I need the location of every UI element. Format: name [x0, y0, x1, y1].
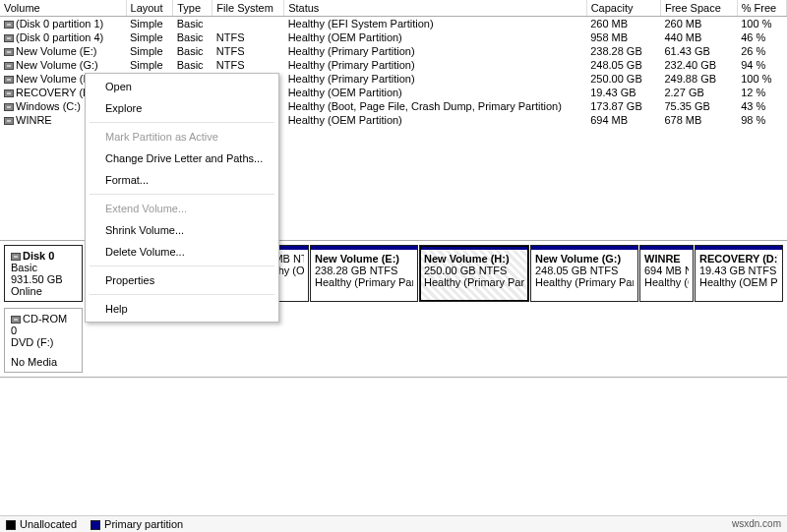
table-row[interactable]: (Disk 0 partition 1)SimpleBasicHealthy (… — [0, 17, 787, 31]
partition-box[interactable]: WINRE694 MB NTHealthy (O — [639, 245, 694, 302]
table-row[interactable]: New Volume (G:)SimpleBasicNTFSHealthy (P… — [0, 58, 787, 72]
partition-status: Healthy (Primary Partiti — [535, 276, 634, 288]
partition-size: 250.00 GB NTFS — [424, 265, 524, 276]
legend-unallocated: Unallocated — [6, 518, 77, 530]
status-bar: Unallocated Primary partition wsxdn.com — [0, 515, 787, 532]
volume-icon — [4, 48, 14, 56]
primary-swatch-icon — [91, 520, 100, 530]
partition-color-bar — [531, 246, 637, 250]
cdrom-sub: DVD (F:) — [11, 336, 76, 348]
volume-icon — [4, 117, 14, 125]
cdrom-icon: CD-ROM 0 — [11, 313, 76, 336]
ctx-open[interactable]: Open — [88, 76, 276, 97]
ctx-shrink[interactable]: Shrink Volume... — [88, 219, 276, 241]
legend-primary: Primary partition — [91, 518, 183, 530]
partition-box[interactable]: New Volume (H:)250.00 GB NTFSHealthy (Pr… — [419, 245, 529, 302]
col-status[interactable]: Status — [284, 0, 587, 17]
volume-icon — [4, 34, 14, 42]
disk-0-type: Basic — [11, 262, 76, 273]
partition-color-bar — [696, 246, 782, 250]
col-volume[interactable]: Volume — [0, 0, 126, 17]
ctx-sep-4 — [90, 294, 274, 295]
volume-icon — [4, 76, 14, 84]
disk-0-label[interactable]: Disk 0 Basic 931.50 GB Online — [4, 245, 83, 302]
volume-icon — [4, 21, 14, 29]
partition-title: New Volume (H:) — [424, 253, 524, 265]
volume-icon — [4, 89, 14, 97]
partition-title: WINRE — [644, 253, 689, 265]
partition-status: Healthy (Primary Partiti — [315, 276, 413, 288]
context-menu: Open Explore Mark Partition as Active Ch… — [85, 73, 279, 323]
disk-0-name: Disk 0 — [23, 250, 54, 262]
ctx-extend: Extend Volume... — [88, 198, 276, 219]
volume-icon — [4, 103, 14, 111]
partition-color-bar — [640, 246, 693, 250]
ctx-help[interactable]: Help — [88, 298, 276, 320]
partition-title: RECOVERY (D:) — [699, 253, 778, 265]
disk-0-state: Online — [11, 285, 76, 297]
col-pctfree[interactable]: % Free — [737, 0, 786, 17]
col-free[interactable]: Free Space — [660, 0, 737, 17]
partition-size: 248.05 GB NTFS — [535, 265, 634, 276]
partition-box[interactable]: New Volume (E:)238.28 GB NTFSHealthy (Pr… — [310, 245, 418, 302]
ctx-sep-1 — [90, 122, 274, 123]
ctx-change-letter[interactable]: Change Drive Letter and Paths... — [88, 148, 276, 169]
cdrom-state: No Media — [11, 356, 76, 368]
partition-size: 19.43 GB NTFS — [699, 265, 778, 276]
ctx-sep-2 — [90, 194, 274, 195]
partition-color-bar — [311, 246, 417, 250]
partition-size: 238.28 GB NTFS — [315, 265, 413, 276]
table-row[interactable]: New Volume (E:)SimpleBasicNTFSHealthy (P… — [0, 44, 787, 58]
partition-box[interactable]: New Volume (G:)248.05 GB NTFSHealthy (Pr… — [530, 245, 638, 302]
partition-title: New Volume (E:) — [315, 253, 413, 265]
col-type[interactable]: Type — [173, 0, 212, 17]
watermark: wsxdn.com — [732, 518, 781, 529]
partition-box[interactable]: RECOVERY (D:)19.43 GB NTFSHealthy (OEM P… — [695, 245, 783, 302]
ctx-explore[interactable]: Explore — [88, 97, 276, 119]
unallocated-swatch-icon — [6, 520, 16, 530]
col-fs[interactable]: File System — [212, 0, 284, 17]
partition-size: 694 MB NT — [644, 265, 689, 276]
partition-title: New Volume (G:) — [535, 253, 634, 265]
col-layout[interactable]: Layout — [126, 0, 173, 17]
ctx-format[interactable]: Format... — [88, 169, 276, 191]
volume-table-header[interactable]: Volume Layout Type File System Status Ca… — [0, 0, 787, 17]
volume-icon — [4, 62, 14, 70]
cdrom-label[interactable]: CD-ROM 0 DVD (F:) No Media — [4, 308, 83, 373]
col-capacity[interactable]: Capacity — [586, 0, 660, 17]
disk-icon: Disk 0 — [11, 250, 76, 262]
table-row[interactable]: (Disk 0 partition 4)SimpleBasicNTFSHealt… — [0, 30, 787, 44]
ctx-properties[interactable]: Properties — [88, 269, 276, 291]
partition-status: Healthy (OEM Part — [699, 276, 778, 288]
partition-status: Healthy (O — [644, 276, 689, 288]
partition-color-bar — [420, 246, 528, 250]
ctx-delete[interactable]: Delete Volume... — [88, 241, 276, 263]
ctx-mark-active: Mark Partition as Active — [88, 126, 276, 148]
partition-status: Healthy (Primary Partiti — [424, 276, 524, 288]
ctx-sep-3 — [90, 266, 274, 266]
disk-0-size: 931.50 GB — [11, 273, 76, 285]
